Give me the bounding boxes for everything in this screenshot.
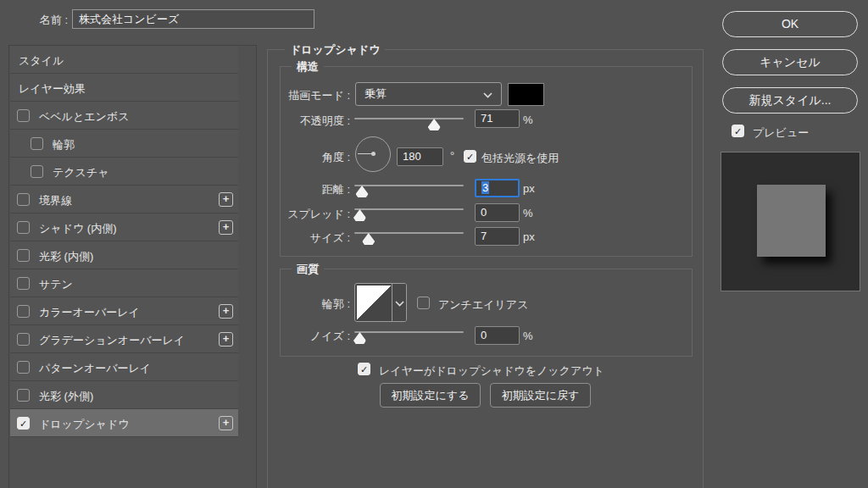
spread-input[interactable]: 0	[475, 203, 520, 222]
cancel-button[interactable]: キャンセル	[722, 49, 858, 75]
sidebar-item-contour[interactable]: 輪郭	[10, 130, 238, 158]
spread-label: スプレッド :	[238, 207, 350, 222]
checkbox[interactable]	[17, 389, 30, 402]
checkbox[interactable]	[31, 137, 43, 150]
size-input[interactable]: 7	[475, 227, 520, 246]
make-default-button[interactable]: 初期設定にする	[380, 383, 481, 408]
contour-label: 輪郭 :	[238, 297, 350, 312]
checkbox[interactable]	[17, 193, 30, 206]
checkbox[interactable]	[17, 109, 30, 122]
layer-style-dialog: 名前 : スタイル レイヤー効果 ベベルとエンボス 輪郭 テクスチャ 境界線+ …	[0, 0, 868, 488]
preview-thumbnail	[721, 152, 860, 291]
sidebar-item-inner-glow[interactable]: 光彩 (内側)	[10, 241, 238, 269]
sidebar-item-stroke[interactable]: 境界線+	[10, 186, 238, 214]
opacity-input[interactable]: 71	[475, 109, 520, 128]
preview-label: プレビュー	[753, 125, 809, 141]
add-effect-icon[interactable]: +	[219, 192, 233, 207]
slider-thumb[interactable]	[353, 209, 366, 221]
sidebar-item-texture[interactable]: テクスチャ	[10, 158, 238, 186]
sidebar-item-blending-options[interactable]: レイヤー効果	[10, 74, 238, 102]
contour-picker[interactable]	[354, 283, 407, 322]
contour-thumbnail[interactable]	[357, 286, 392, 319]
noise-label: ノイズ :	[238, 329, 350, 344]
sidebar-item-outer-glow[interactable]: 光彩 (外側)	[10, 381, 238, 409]
checkbox[interactable]	[17, 361, 30, 374]
checkbox[interactable]	[17, 249, 30, 262]
size-label: サイズ :	[238, 230, 350, 246]
checkbox[interactable]	[17, 333, 30, 346]
new-style-button[interactable]: 新規スタイル...	[722, 87, 858, 114]
add-effect-icon[interactable]: +	[219, 304, 233, 319]
style-name-input[interactable]	[72, 9, 314, 29]
distance-input[interactable]: 3	[475, 179, 520, 197]
reset-default-button[interactable]: 初期設定に戻す	[490, 383, 591, 408]
slider-thumb[interactable]	[356, 186, 369, 197]
opacity-slider[interactable]	[354, 115, 464, 130]
distance-slider[interactable]	[354, 182, 464, 197]
contour-dropdown[interactable]	[392, 284, 406, 321]
chevron-down-icon	[483, 92, 492, 98]
sidebar-item-gradient-overlay[interactable]: グラデーションオーバーレイ+	[10, 325, 238, 353]
panel-title: ドロップシャドウ	[285, 42, 385, 58]
slider-thumb[interactable]	[362, 233, 375, 245]
distance-label: 距離 :	[238, 182, 350, 197]
opacity-label: 不透明度 :	[238, 114, 350, 129]
angle-input[interactable]: 180	[397, 147, 443, 166]
checkbox[interactable]	[31, 165, 43, 178]
blend-mode-select[interactable]: 乗算	[355, 82, 502, 106]
global-light-label: 包括光源を使用	[481, 151, 559, 166]
blend-mode-label: 描画モード :	[238, 88, 350, 103]
global-light-checkbox[interactable]: ✓	[464, 150, 476, 163]
add-effect-icon[interactable]: +	[219, 416, 233, 430]
noise-input[interactable]: 0	[475, 326, 520, 345]
preview-checkbox[interactable]: ✓	[732, 125, 744, 137]
knockout-label: レイヤーがドロップシャドウをノックアウト	[379, 363, 604, 379]
sidebar-item-pattern-overlay[interactable]: パターンオーバーレイ	[10, 353, 238, 381]
checkbox[interactable]	[17, 221, 30, 234]
sidebar-item-satin[interactable]: サテン	[10, 269, 238, 297]
sidebar-item-bevel-emboss[interactable]: ベベルとエンボス	[10, 102, 238, 130]
slider-thumb[interactable]	[353, 332, 366, 344]
effects-list: スタイル レイヤー効果 ベベルとエンボス 輪郭 テクスチャ 境界線+ シャドウ …	[8, 45, 257, 488]
chevron-down-icon	[395, 301, 404, 307]
checkbox[interactable]	[17, 277, 30, 290]
size-slider[interactable]	[354, 230, 464, 245]
angle-dial[interactable]	[355, 136, 391, 172]
sidebar-item-inner-shadow[interactable]: シャドウ (内側)+	[10, 214, 238, 241]
sidebar-item-drop-shadow[interactable]: ✓ドロップシャドウ+	[10, 409, 238, 437]
add-effect-icon[interactable]: +	[219, 220, 233, 235]
checkbox[interactable]	[17, 305, 30, 318]
preview-shadow-square	[757, 185, 826, 257]
slider-thumb[interactable]	[428, 119, 441, 130]
antialias-label: アンチエイリアス	[438, 297, 528, 313]
add-effect-icon[interactable]: +	[219, 332, 233, 347]
checkbox[interactable]: ✓	[17, 417, 30, 430]
sidebar-item-styles[interactable]: スタイル	[10, 46, 238, 74]
name-label: 名前 :	[0, 13, 68, 28]
knockout-checkbox[interactable]: ✓	[358, 363, 370, 375]
angle-label: 角度 :	[238, 150, 350, 165]
shadow-color-swatch[interactable]	[508, 83, 544, 106]
spread-slider[interactable]	[354, 206, 464, 221]
sidebar-item-color-overlay[interactable]: カラーオーバーレイ+	[10, 297, 238, 325]
antialias-checkbox[interactable]	[417, 297, 430, 309]
noise-slider[interactable]	[354, 329, 464, 344]
ok-button[interactable]: OK	[722, 11, 858, 37]
